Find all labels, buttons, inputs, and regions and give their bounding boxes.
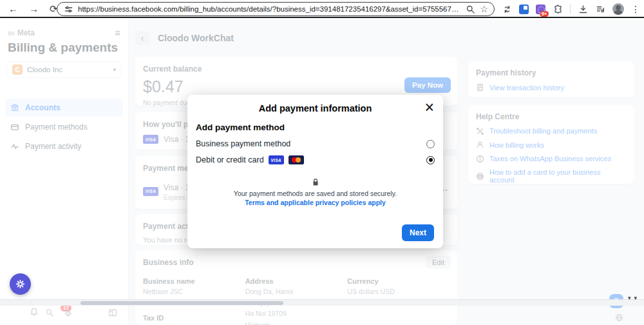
toolbar-divider bbox=[570, 4, 571, 14]
visa-icon: VISA bbox=[269, 155, 284, 164]
extension-overlay-button[interactable] bbox=[10, 273, 31, 295]
search-icon[interactable] bbox=[465, 4, 475, 14]
scroll-chevrons-icon[interactable]: ▾▾ bbox=[628, 295, 640, 301]
browser-toolbar: ← → ⟳ https://business.facebook.com/bill… bbox=[0, 0, 644, 18]
horizontal-scrollbar[interactable] bbox=[0, 299, 644, 306]
next-button[interactable]: Next bbox=[402, 224, 434, 241]
add-payment-information-dialog: Add payment information × Add payment me… bbox=[187, 95, 443, 248]
extension-purple-icon[interactable]: 9+ bbox=[536, 5, 545, 14]
asterisk-icon bbox=[15, 279, 26, 290]
scrollbar-thumb[interactable] bbox=[80, 301, 283, 305]
browser-menu-icon[interactable]: ⋮ bbox=[631, 4, 640, 14]
extension-blue-icon[interactable] bbox=[519, 5, 529, 14]
option-business-payment-method[interactable]: Business payment method bbox=[196, 137, 435, 150]
close-icon[interactable]: × bbox=[424, 97, 434, 117]
address-bar[interactable]: https://business.facebook.com/billing_hu… bbox=[57, 2, 495, 16]
bookmark-star-icon[interactable]: ☆ bbox=[480, 4, 488, 14]
option-debit-credit-card[interactable]: Debit or credit card VISA bbox=[196, 153, 435, 166]
radio-unselected[interactable] bbox=[426, 140, 435, 148]
browser-back-button[interactable]: ← bbox=[8, 4, 18, 14]
mastercard-icon bbox=[289, 155, 304, 164]
dialog-title: Add payment information bbox=[187, 103, 443, 113]
extension-badge: 9+ bbox=[540, 11, 549, 17]
extension-recycle-icon[interactable] bbox=[502, 4, 512, 14]
section-title: Add payment method bbox=[196, 123, 285, 132]
extensions-puzzle-icon[interactable] bbox=[553, 4, 563, 14]
terms-link[interactable]: Terms and applicable privacy policies ap… bbox=[187, 199, 443, 206]
lock-icon bbox=[312, 178, 319, 187]
radio-selected[interactable] bbox=[426, 156, 435, 164]
option-label: Business payment method bbox=[196, 139, 290, 148]
option-label: Debit or credit card bbox=[196, 155, 264, 164]
security-note: Your payment methods are saved and store… bbox=[187, 190, 443, 197]
downloads-icon[interactable] bbox=[578, 4, 588, 14]
reading-list-icon[interactable] bbox=[595, 4, 605, 14]
site-settings-icon[interactable] bbox=[63, 4, 73, 14]
browser-forward-button[interactable]: → bbox=[29, 4, 39, 14]
url-text[interactable]: https://business.facebook.com/billing_hu… bbox=[78, 5, 460, 13]
browser-profile-avatar[interactable] bbox=[612, 3, 624, 15]
